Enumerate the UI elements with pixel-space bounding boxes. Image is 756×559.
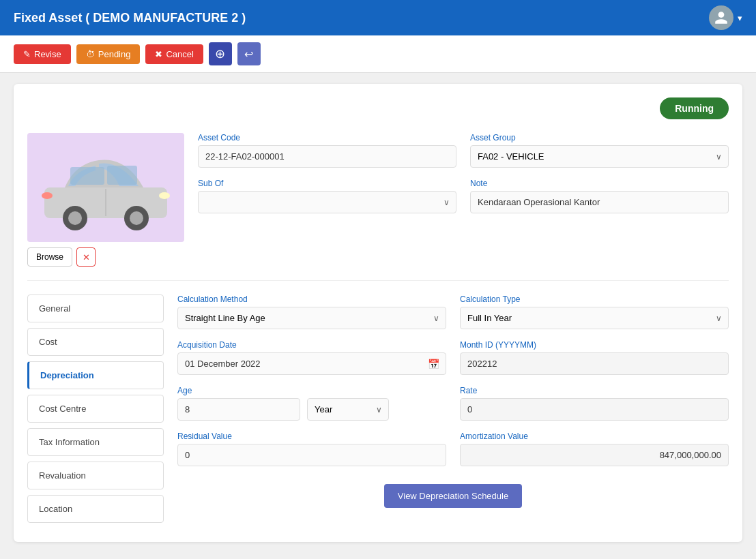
sub-of-wrapper: [198, 191, 456, 213]
age-input-row: Year: [177, 398, 446, 421]
residual-amort-row: Residual Value Amortization Value: [177, 432, 729, 466]
status-row: Running: [27, 97, 729, 126]
svg-point-3: [68, 211, 82, 225]
asset-code-input[interactable]: [198, 145, 456, 168]
sidebar-item-cost-centre[interactable]: Cost Centre: [27, 395, 164, 423]
calc-type-label: Calculation Type: [460, 294, 729, 304]
sidebar-item-tax-information[interactable]: Tax Information: [27, 428, 164, 456]
browse-button[interactable]: Browse: [27, 247, 72, 267]
asset-image-section: Browse ✕: [27, 133, 184, 267]
svg-rect-10: [107, 166, 137, 185]
calc-type-select[interactable]: Full In Year: [460, 307, 729, 329]
calc-type-wrapper: Full In Year: [460, 307, 729, 329]
header: Fixed Asset ( DEMO MANUFACTURE 2 ) ▾: [0, 0, 756, 35]
asset-group-group: Asset Group FA02 - VEHICLE: [470, 133, 729, 168]
calc-method-select[interactable]: Straight Line By Age: [177, 307, 446, 329]
month-id-label: Month ID (YYYYMM): [460, 340, 729, 350]
image-actions: Browse ✕: [27, 247, 184, 267]
calc-method-wrapper: Straight Line By Age: [177, 307, 446, 329]
view-depreciation-schedule-button[interactable]: View Depreciation Schedule: [384, 484, 522, 508]
age-unit-wrapper: Year: [307, 398, 389, 421]
add-button[interactable]: ⊕: [209, 42, 232, 65]
cancel-button[interactable]: ✖ Cancel: [145, 44, 203, 64]
asset-group-label: Asset Group: [470, 133, 729, 142]
asset-form: Asset Code Asset Group FA02 - VEHICLE: [198, 133, 729, 224]
calc-type-group: Calculation Type Full In Year: [460, 294, 729, 329]
amortization-label: Amortization Value: [460, 432, 729, 441]
calc-method-label: Calculation Method: [177, 294, 446, 304]
sidebar-item-general[interactable]: General: [27, 294, 164, 322]
status-badge: Running: [660, 97, 729, 119]
residual-value-group: Residual Value: [177, 432, 446, 466]
subof-note-row: Sub Of Note: [198, 179, 729, 213]
sidebar-item-cost[interactable]: Cost: [27, 328, 164, 356]
sidebar-item-location[interactable]: Location: [27, 495, 164, 523]
sub-of-label: Sub Of: [198, 179, 456, 188]
age-unit-select[interactable]: Year: [307, 398, 389, 421]
svg-point-6: [159, 192, 170, 199]
note-input[interactable]: [470, 191, 729, 213]
month-id-input[interactable]: [460, 352, 729, 375]
clear-icon: ✕: [83, 252, 90, 262]
age-rate-row: Age Year Rate: [177, 386, 729, 421]
chevron-down-icon: ▾: [738, 13, 742, 23]
rate-input[interactable]: [460, 398, 729, 421]
amortization-input[interactable]: [460, 444, 729, 466]
note-label: Note: [470, 179, 729, 188]
back-button[interactable]: ↩: [237, 42, 261, 65]
toolbar: ✎ Revise ⏱ Pending ✖ Cancel ⊕ ↩: [0, 35, 756, 73]
divider: [27, 280, 729, 281]
age-input[interactable]: [177, 398, 300, 421]
page-title: Fixed Asset ( DEMO MANUFACTURE 2 ): [14, 11, 246, 25]
residual-value-input[interactable]: [177, 444, 446, 466]
rate-label: Rate: [460, 386, 729, 395]
amortization-group: Amortization Value: [460, 432, 729, 466]
note-group: Note: [470, 179, 729, 213]
acquisition-date-label: Acquisition Date: [177, 340, 446, 350]
sub-of-select[interactable]: [198, 191, 456, 213]
asset-code-label: Asset Code: [198, 133, 456, 142]
asset-code-row: Asset Code Asset Group FA02 - VEHICLE: [198, 133, 729, 168]
sidebar: General Cost Depreciation Cost Centre Ta…: [27, 294, 164, 528]
back-icon: ↩: [244, 48, 253, 61]
asset-image: [27, 133, 184, 242]
sub-of-group: Sub Of: [198, 179, 456, 213]
content-body: General Cost Depreciation Cost Centre Ta…: [27, 294, 729, 528]
asset-group-select[interactable]: FA02 - VEHICLE: [470, 145, 729, 168]
pending-button[interactable]: ⏱ Pending: [76, 44, 141, 64]
age-group: Age Year: [177, 386, 446, 421]
asset-code-group: Asset Code: [198, 133, 456, 168]
svg-rect-9: [70, 167, 104, 185]
depreciation-form: Calculation Method Straight Line By Age …: [177, 294, 729, 528]
age-label: Age: [177, 386, 446, 395]
calc-method-group: Calculation Method Straight Line By Age: [177, 294, 446, 329]
avatar[interactable]: [709, 5, 733, 30]
cancel-icon: ✖: [155, 49, 162, 59]
add-icon: ⊕: [215, 46, 225, 61]
asset-top-section: Browse ✕ Asset Code Asset Group: [27, 133, 729, 267]
clear-image-button[interactable]: ✕: [76, 247, 96, 267]
month-id-group: Month ID (YYYYMM): [460, 340, 729, 375]
acquisition-date-group: Acquisition Date 📅: [177, 340, 446, 375]
sidebar-item-depreciation[interactable]: Depreciation: [27, 361, 164, 389]
main-content: Running: [0, 73, 756, 553]
date-row: Acquisition Date 📅 Month ID (YYYYMM): [177, 340, 729, 375]
acquisition-date-wrapper: 📅: [177, 352, 446, 375]
user-menu[interactable]: ▾: [709, 5, 742, 30]
revise-icon: ✎: [23, 49, 31, 59]
asset-group-wrapper: FA02 - VEHICLE: [470, 145, 729, 168]
svg-point-5: [130, 211, 143, 225]
svg-point-7: [42, 192, 53, 199]
calc-row: Calculation Method Straight Line By Age …: [177, 294, 729, 329]
clock-icon: ⏱: [86, 49, 95, 59]
residual-value-label: Residual Value: [177, 432, 446, 441]
asset-card: Running: [14, 84, 742, 542]
rate-group: Rate: [460, 386, 729, 421]
sidebar-item-revaluation[interactable]: Revaluation: [27, 462, 164, 489]
revise-button[interactable]: ✎ Revise: [14, 44, 71, 64]
schedule-button-wrapper: View Depreciation Schedule: [177, 477, 729, 508]
acquisition-date-input[interactable]: [177, 352, 446, 375]
